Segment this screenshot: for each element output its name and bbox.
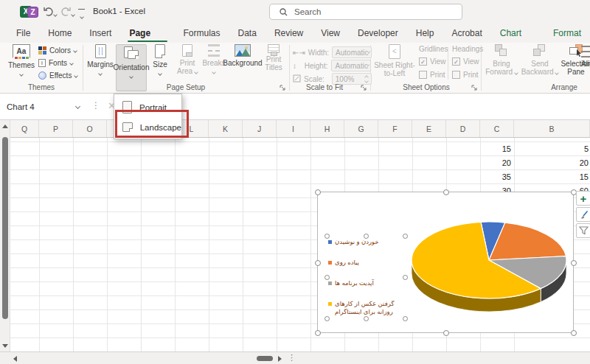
column-header-E[interactable]: E xyxy=(412,120,446,137)
print-area-button[interactable]: Print Area xyxy=(173,44,201,75)
selection-handle[interactable] xyxy=(324,316,330,321)
legend-item[interactable]: آپدیت برنامه ها xyxy=(328,279,403,287)
sheet-options-dialog-launcher[interactable] xyxy=(471,84,478,91)
tab-home[interactable]: Home xyxy=(39,24,80,43)
undo-button[interactable] xyxy=(43,7,57,18)
cell[interactable]: 5 xyxy=(514,142,589,156)
scroll-down-arrow-icon[interactable] xyxy=(2,344,8,348)
selection-handle[interactable] xyxy=(403,316,408,321)
chart-elements-button[interactable]: + xyxy=(576,191,590,206)
breaks-button[interactable]: Breaks xyxy=(202,44,226,75)
quick-access-toolbar-button[interactable] xyxy=(78,9,85,20)
column-header-I[interactable]: I xyxy=(277,120,310,137)
height-select[interactable]: Automatic xyxy=(331,60,371,71)
formula-input[interactable] xyxy=(158,94,590,119)
gridline xyxy=(209,138,209,351)
selection-handle[interactable] xyxy=(315,189,321,195)
tab-help[interactable]: Help xyxy=(407,24,443,43)
page-setup-dialog-launcher[interactable] xyxy=(279,84,286,91)
print-titles-button[interactable]: Print Titles xyxy=(260,44,288,71)
tab-formulas[interactable]: Formulas xyxy=(175,24,229,43)
formula-bar-drag-handle[interactable]: ⋮ xyxy=(91,100,100,111)
selection-handle[interactable] xyxy=(443,189,449,195)
selection-handle[interactable] xyxy=(403,234,408,239)
selection-handle[interactable] xyxy=(324,275,330,280)
cell[interactable]: 15 xyxy=(514,170,589,184)
scroll-up-arrow-icon[interactable] xyxy=(2,125,8,128)
selection-handle[interactable] xyxy=(315,260,321,266)
name-box-chevron-icon[interactable] xyxy=(75,104,80,109)
legend-item[interactable]: خوردن و نوشیدن xyxy=(328,238,403,246)
tab-page-layout[interactable]: Page Layout xyxy=(120,24,174,43)
scale-to-fit-dialog-launcher[interactable] xyxy=(360,84,367,91)
background-button[interactable]: Background xyxy=(226,44,260,67)
scroll-right-arrow-icon[interactable] xyxy=(278,356,282,362)
scroll-left-arrow-icon[interactable] xyxy=(13,356,17,362)
column-headers[interactable]: QPONMLKJIHGFEDCB xyxy=(10,120,590,138)
legend-item[interactable]: گرفتن عکس از کارهای روزانه برای اینستاگر… xyxy=(328,300,403,316)
selection-handle[interactable] xyxy=(324,234,330,239)
cell[interactable]: 15 xyxy=(480,142,511,156)
horizontal-scrollbar-thumb[interactable] xyxy=(257,356,273,361)
tab-view[interactable]: View xyxy=(312,24,349,43)
column-header-H[interactable]: H xyxy=(310,120,344,137)
column-header-C[interactable]: C xyxy=(480,120,514,137)
column-header-Q[interactable]: Q xyxy=(10,120,39,137)
column-header-P[interactable]: P xyxy=(39,120,73,137)
tab-file[interactable]: File xyxy=(7,24,39,43)
column-header-J[interactable]: J xyxy=(243,120,277,137)
tab-review[interactable]: Review xyxy=(266,24,312,43)
gridlines-print-checkbox[interactable]: Print xyxy=(419,71,445,79)
selection-handle[interactable] xyxy=(403,275,408,280)
send-backward-button[interactable]: Send Backward xyxy=(520,44,560,76)
selection-handle[interactable] xyxy=(443,330,449,336)
size-button[interactable]: Size xyxy=(148,44,173,77)
column-header-D[interactable]: D xyxy=(446,120,480,137)
tab-acrobat[interactable]: Acrobat xyxy=(442,24,490,43)
theme-colors-button[interactable]: Colors xyxy=(38,46,77,55)
column-header-G[interactable]: G xyxy=(344,120,378,137)
column-header-B[interactable]: B xyxy=(514,120,590,137)
column-header-O[interactable]: O xyxy=(73,120,107,137)
sheet-right-to-left-button[interactable]: < Sheet Right- to-Left xyxy=(373,44,416,77)
vertical-scrollbar[interactable] xyxy=(0,120,10,351)
selection-handle[interactable] xyxy=(571,330,577,336)
gridlines-view-checkbox[interactable]: ✓View xyxy=(419,57,446,66)
theme-fonts-button[interactable]: i Fonts xyxy=(38,59,73,67)
scale-height-row[interactable]: ↕ Height: Automatic xyxy=(293,60,371,71)
themes-button[interactable]: Aa Themes xyxy=(4,44,38,77)
selection-handle[interactable] xyxy=(364,316,369,321)
theme-effects-button[interactable]: Effects xyxy=(38,71,77,80)
headings-print-checkbox[interactable]: Print xyxy=(452,71,479,79)
cell[interactable]: 20 xyxy=(480,156,511,170)
align-button[interactable]: Align xyxy=(581,44,590,68)
chart-object[interactable]: خوردن و نوشیدنپیاده رویآپدیت برنامه هاگر… xyxy=(317,192,574,333)
chart-styles-button[interactable] xyxy=(576,207,590,222)
column-header-K[interactable]: K xyxy=(209,120,243,137)
legend-item[interactable]: پیاده روی xyxy=(328,259,403,267)
cell[interactable]: 20 xyxy=(514,156,589,170)
bring-forward-button[interactable]: Bring Forward xyxy=(484,44,519,76)
margins-button[interactable]: Margins xyxy=(86,44,115,77)
scale-width-row[interactable]: ⇤⇥ Width: Automatic xyxy=(293,46,372,58)
search-input[interactable]: Search xyxy=(269,4,462,20)
tab-insert[interactable]: Insert xyxy=(80,24,120,43)
cell[interactable]: 35 xyxy=(480,170,511,184)
headings-view-checkbox[interactable]: ✓View xyxy=(452,57,479,66)
selection-handle[interactable] xyxy=(571,260,577,266)
width-select[interactable]: Automatic xyxy=(332,46,372,58)
tab-data[interactable]: Data xyxy=(229,24,266,43)
chart-legend[interactable]: خوردن و نوشیدنپیاده رویآپدیت برنامه هاگر… xyxy=(327,235,405,319)
column-header-F[interactable]: F xyxy=(378,120,412,137)
name-box[interactable]: Chart 4 xyxy=(0,94,87,119)
scrollbar-drag-handle[interactable]: ⋮ xyxy=(288,353,296,363)
vertical-scrollbar-thumb[interactable] xyxy=(2,137,8,319)
tab-chart-design[interactable]: Chart Design xyxy=(491,24,544,43)
orientation-button[interactable]: Orientation xyxy=(116,44,147,91)
selection-handle[interactable] xyxy=(315,330,321,336)
chart-filters-button[interactable] xyxy=(576,223,590,238)
tab-developer[interactable]: Developer xyxy=(349,24,407,43)
selection-handle[interactable] xyxy=(364,234,369,239)
redo-button[interactable] xyxy=(60,7,74,18)
tab-format[interactable]: Format xyxy=(544,24,590,43)
